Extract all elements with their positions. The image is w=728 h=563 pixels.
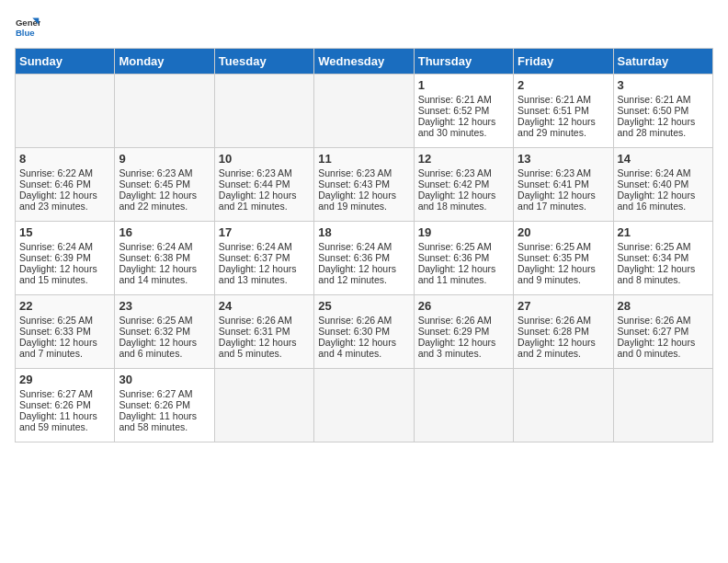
day-number: 3 (618, 78, 709, 92)
day-number: 24 (219, 299, 310, 313)
daylight: Daylight: 12 hours and 4 minutes. (318, 337, 396, 359)
day-number: 11 (318, 152, 409, 166)
daylight: Daylight: 12 hours and 29 minutes. (518, 116, 596, 138)
daylight: Daylight: 12 hours and 21 minutes. (219, 190, 297, 212)
calendar-cell (314, 75, 414, 148)
sunset: Sunset: 6:52 PM (418, 105, 490, 116)
sunrise: Sunrise: 6:26 AM (318, 315, 392, 326)
sunset: Sunset: 6:36 PM (318, 252, 390, 263)
calendar-cell: 9 Sunrise: 6:23 AM Sunset: 6:45 PM Dayli… (115, 148, 214, 222)
sunrise: Sunrise: 6:24 AM (219, 241, 292, 252)
calendar-header-row: SundayMondayTuesdayWednesdayThursdayFrid… (16, 49, 713, 75)
calendar-cell: 18 Sunrise: 6:24 AM Sunset: 6:36 PM Dayl… (314, 222, 414, 295)
calendar-cell: 2 Sunrise: 6:21 AM Sunset: 6:51 PM Dayli… (514, 75, 613, 148)
col-header-wednesday: Wednesday (314, 49, 414, 75)
calendar-cell (214, 369, 313, 442)
calendar-cell: 23 Sunrise: 6:25 AM Sunset: 6:32 PM Dayl… (115, 295, 214, 369)
calendar-cell: 10 Sunrise: 6:23 AM Sunset: 6:44 PM Dayl… (214, 148, 313, 222)
sunrise: Sunrise: 6:26 AM (219, 315, 292, 326)
day-number: 27 (518, 299, 609, 313)
day-number: 16 (119, 225, 210, 239)
sunrise: Sunrise: 6:27 AM (19, 388, 93, 399)
sunset: Sunset: 6:27 PM (618, 326, 689, 337)
page-header: General Blue (15, 15, 713, 40)
calendar-cell: 25 Sunrise: 6:26 AM Sunset: 6:30 PM Dayl… (314, 295, 414, 369)
daylight: Daylight: 12 hours and 8 minutes. (618, 263, 696, 285)
sunrise: Sunrise: 6:23 AM (119, 167, 192, 178)
daylight: Daylight: 11 hours and 59 minutes. (19, 410, 97, 432)
day-number: 10 (219, 152, 310, 166)
sunrise: Sunrise: 6:23 AM (219, 167, 292, 178)
calendar-cell (613, 369, 712, 442)
calendar-cell (214, 75, 313, 148)
day-number: 25 (318, 299, 409, 313)
daylight: Daylight: 12 hours and 22 minutes. (119, 190, 197, 212)
day-number: 21 (618, 225, 709, 239)
sunrise: Sunrise: 6:21 AM (418, 94, 492, 105)
sunset: Sunset: 6:33 PM (19, 326, 91, 337)
daylight: Daylight: 12 hours and 28 minutes. (618, 116, 696, 138)
daylight: Daylight: 11 hours and 58 minutes. (119, 410, 197, 432)
daylight: Daylight: 12 hours and 16 minutes. (618, 190, 696, 212)
sunrise: Sunrise: 6:24 AM (19, 241, 93, 252)
sunset: Sunset: 6:42 PM (418, 178, 490, 190)
daylight: Daylight: 12 hours and 6 minutes. (119, 337, 197, 359)
daylight: Daylight: 12 hours and 15 minutes. (19, 263, 97, 285)
sunrise: Sunrise: 6:24 AM (119, 241, 192, 252)
sunrise: Sunrise: 6:25 AM (19, 315, 93, 326)
daylight: Daylight: 12 hours and 13 minutes. (219, 263, 297, 285)
daylight: Daylight: 12 hours and 5 minutes. (219, 337, 297, 359)
calendar-cell: 12 Sunrise: 6:23 AM Sunset: 6:42 PM Dayl… (414, 148, 513, 222)
calendar-cell: 30 Sunrise: 6:27 AM Sunset: 6:26 PM Dayl… (115, 369, 214, 442)
calendar-cell: 29 Sunrise: 6:27 AM Sunset: 6:26 PM Dayl… (16, 369, 115, 442)
calendar-cell: 19 Sunrise: 6:25 AM Sunset: 6:36 PM Dayl… (414, 222, 513, 295)
col-header-monday: Monday (115, 49, 214, 75)
sunrise: Sunrise: 6:21 AM (618, 94, 691, 105)
sunrise: Sunrise: 6:26 AM (618, 315, 691, 326)
daylight: Daylight: 12 hours and 30 minutes. (418, 116, 496, 138)
sunset: Sunset: 6:28 PM (518, 326, 589, 337)
calendar-cell: 27 Sunrise: 6:26 AM Sunset: 6:28 PM Dayl… (514, 295, 613, 369)
sunrise: Sunrise: 6:23 AM (318, 167, 392, 178)
daylight: Daylight: 12 hours and 23 minutes. (19, 190, 97, 212)
calendar-cell: 26 Sunrise: 6:26 AM Sunset: 6:29 PM Dayl… (414, 295, 513, 369)
daylight: Daylight: 12 hours and 3 minutes. (418, 337, 496, 359)
calendar-cell: 24 Sunrise: 6:26 AM Sunset: 6:31 PM Dayl… (214, 295, 313, 369)
daylight: Daylight: 12 hours and 2 minutes. (518, 337, 596, 359)
sunset: Sunset: 6:44 PM (219, 178, 290, 190)
day-number: 26 (418, 299, 509, 313)
sunset: Sunset: 6:38 PM (119, 252, 190, 263)
calendar-cell: 13 Sunrise: 6:23 AM Sunset: 6:41 PM Dayl… (514, 148, 613, 222)
daylight: Daylight: 12 hours and 9 minutes. (518, 263, 596, 285)
day-number: 28 (618, 299, 709, 313)
calendar-cell: 17 Sunrise: 6:24 AM Sunset: 6:37 PM Dayl… (214, 222, 313, 295)
daylight: Daylight: 12 hours and 18 minutes. (418, 190, 496, 212)
calendar-cell: 3 Sunrise: 6:21 AM Sunset: 6:50 PM Dayli… (613, 75, 712, 148)
col-header-saturday: Saturday (613, 49, 712, 75)
calendar-cell: 8 Sunrise: 6:22 AM Sunset: 6:46 PM Dayli… (16, 148, 115, 222)
sunrise: Sunrise: 6:26 AM (518, 315, 591, 326)
calendar-week-0: 1 Sunrise: 6:21 AM Sunset: 6:52 PM Dayli… (16, 75, 713, 148)
calendar-week-3: 22 Sunrise: 6:25 AM Sunset: 6:33 PM Dayl… (16, 295, 713, 369)
calendar-cell: 20 Sunrise: 6:25 AM Sunset: 6:35 PM Dayl… (514, 222, 613, 295)
sunset: Sunset: 6:35 PM (518, 252, 589, 263)
calendar-body: 1 Sunrise: 6:21 AM Sunset: 6:52 PM Dayli… (16, 75, 713, 442)
calendar-cell: 11 Sunrise: 6:23 AM Sunset: 6:43 PM Dayl… (314, 148, 414, 222)
day-number: 8 (19, 152, 110, 166)
calendar-cell: 1 Sunrise: 6:21 AM Sunset: 6:52 PM Dayli… (414, 75, 513, 148)
calendar-cell (414, 369, 513, 442)
sunrise: Sunrise: 6:25 AM (618, 241, 691, 252)
sunrise: Sunrise: 6:22 AM (19, 167, 93, 178)
calendar-cell (314, 369, 414, 442)
day-number: 29 (19, 373, 110, 386)
day-number: 19 (418, 225, 509, 239)
sunset: Sunset: 6:34 PM (618, 252, 689, 263)
col-header-friday: Friday (514, 49, 613, 75)
calendar-week-2: 15 Sunrise: 6:24 AM Sunset: 6:39 PM Dayl… (16, 222, 713, 295)
sunset: Sunset: 6:39 PM (19, 252, 91, 263)
day-number: 17 (219, 225, 310, 239)
col-header-sunday: Sunday (16, 49, 115, 75)
sunset: Sunset: 6:41 PM (518, 178, 589, 190)
calendar-cell: 16 Sunrise: 6:24 AM Sunset: 6:38 PM Dayl… (115, 222, 214, 295)
calendar-table: SundayMondayTuesdayWednesdayThursdayFrid… (15, 48, 713, 442)
